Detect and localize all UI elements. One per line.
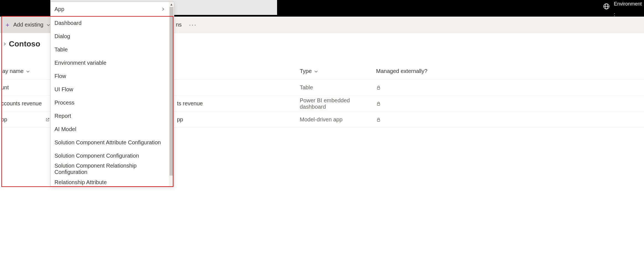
cell-name-text-right: pp	[177, 116, 183, 123]
cell-type: Model-driven app	[300, 116, 376, 123]
menu-scrollbar[interactable]: ▲	[169, 2, 174, 186]
menu-item-label: Flow	[54, 73, 66, 79]
menu-item[interactable]: Process	[51, 96, 169, 109]
menu-item[interactable]: Table	[51, 43, 169, 56]
cell-managed	[376, 101, 644, 106]
cell-type: Table	[300, 84, 376, 91]
menu-item-label: Table	[54, 46, 68, 53]
column-header-managed[interactable]: Managed externally?	[376, 68, 644, 74]
column-header-type-label: Type	[300, 68, 312, 74]
menu-item-label: Environment variable	[54, 60, 106, 66]
add-existing-label: Add existing	[13, 22, 43, 28]
column-header-type[interactable]: Type	[300, 68, 376, 74]
menu-item-label: Solution Component Relationship Configur…	[54, 163, 165, 175]
environment-label: Environment	[614, 1, 642, 7]
menu-item[interactable]: Solution Component Relationship Configur…	[51, 162, 169, 176]
menu-item[interactable]: Environment variable	[51, 56, 169, 69]
cell-name-text-left: pp	[1, 116, 43, 123]
column-header-managed-label: Managed externally?	[376, 68, 427, 74]
menu-item[interactable]: Relationship Attribute	[51, 176, 169, 186]
menu-item[interactable]: UI Flow	[51, 83, 169, 96]
cell-name-text-left: unt	[1, 84, 43, 91]
cell-type: Power BI embedded dashboard	[300, 97, 376, 110]
menu-item-label: Dialog	[54, 33, 70, 40]
command-partial-text[interactable]: ns	[176, 22, 182, 28]
menu-item-label: UI Flow	[54, 86, 73, 93]
column-header-name-label: lay name	[1, 68, 24, 74]
menu-item-label: AI Model	[54, 126, 76, 132]
chevron-right-icon	[161, 7, 165, 11]
cell-name-text-right: ts revenue	[177, 100, 203, 107]
menu-item-label: Report	[54, 113, 71, 119]
cell-managed	[376, 85, 644, 90]
add-existing-menu: AppDashboardDialogTableEnvironment varia…	[50, 2, 174, 186]
cell-managed	[376, 117, 644, 122]
lock-icon	[376, 101, 644, 106]
open-external-icon[interactable]	[45, 118, 50, 122]
environment-picker[interactable]: Environment :	[603, 1, 642, 17]
add-existing-button[interactable]: ＋ Add existing	[0, 17, 55, 33]
globe-icon	[603, 3, 610, 10]
svg-rect-4	[377, 119, 380, 121]
menu-item[interactable]: AI Model	[51, 122, 169, 136]
svg-rect-3	[377, 103, 380, 105]
menu-item-label: Dashboard	[54, 20, 82, 26]
svg-rect-2	[377, 87, 380, 89]
chevron-right-icon[interactable]	[3, 42, 7, 46]
chevron-down-icon	[26, 69, 30, 74]
page-title: Contoso	[9, 40, 40, 48]
menu-list: AppDashboardDialogTableEnvironment varia…	[51, 2, 169, 186]
menu-item-label: Process	[54, 100, 74, 106]
chevron-down-icon	[314, 69, 318, 74]
menu-item[interactable]: Solution Component Attribute Configurati…	[51, 136, 169, 149]
menu-item[interactable]: App	[51, 2, 169, 16]
plus-icon: ＋	[4, 21, 11, 29]
menu-item-label: Relationship Attribute	[54, 179, 107, 186]
scroll-up-arrow-icon[interactable]: ▲	[169, 2, 174, 7]
lock-icon	[376, 85, 644, 90]
chevron-down-icon	[46, 23, 51, 27]
lock-icon	[376, 117, 644, 122]
menu-item-label: Solution Component Configuration	[54, 153, 139, 159]
menu-item-label: Solution Component Attribute Configurati…	[54, 139, 161, 146]
more-commands-button[interactable]: ···	[189, 22, 197, 28]
menu-item[interactable]: Dashboard	[51, 16, 169, 30]
scroll-thumb[interactable]	[170, 7, 173, 176]
menu-item[interactable]: Solution Component Configuration	[51, 149, 169, 162]
menu-item[interactable]: Report	[51, 109, 169, 122]
menu-item[interactable]: Flow	[51, 69, 169, 83]
menu-item-label: App	[54, 6, 64, 12]
menu-item[interactable]: Dialog	[51, 30, 169, 43]
cell-name-text-left: ccounts revenue	[1, 100, 43, 107]
